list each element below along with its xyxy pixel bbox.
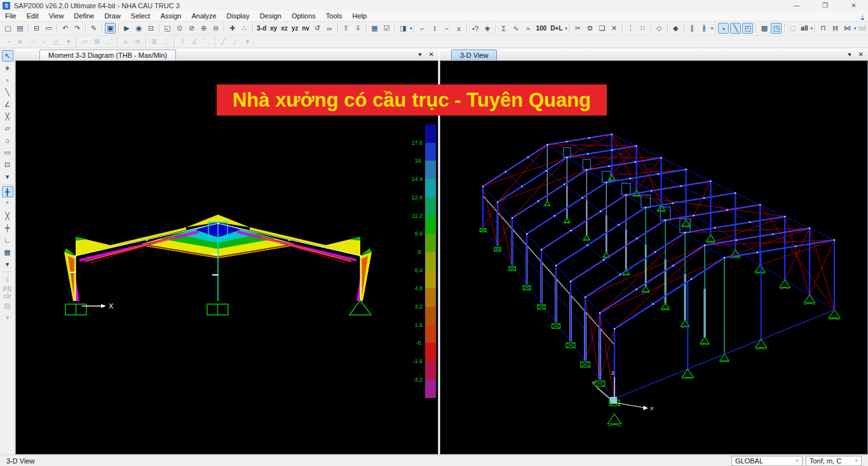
copy-icon[interactable]: ⧉ [585,23,595,34]
object-enlarge-icon[interactable]: ⇩ [353,23,363,34]
view-nv-button[interactable]: nv [300,25,311,32]
select-point-mode-icon[interactable]: • [718,23,729,34]
menu-item-help[interactable]: Help [348,11,372,21]
zoom-out-icon[interactable]: ⊖ [210,23,221,34]
undo-icon[interactable]: ↶ [60,23,71,34]
select-joint-icon[interactable]: ∗ [2,62,13,74]
node-dots-icon[interactable]: ∴ [239,23,250,34]
frame-top-icon[interactable]: ⊓ [818,23,829,34]
snap-intersections-icon[interactable]: ╳ [2,210,13,222]
select-line-mode-icon[interactable]: ╲ [730,23,741,34]
previous-zoom-icon[interactable]: ⊘ [186,23,197,34]
view-xz-button[interactable]: xz [279,25,290,32]
cut-icon[interactable]: ✂ [573,23,583,34]
more-snap-dropdown[interactable]: ▾ [2,258,13,270]
draw-frame-icon[interactable]: ∠ [2,98,13,110]
pan-icon[interactable]: ✚ [227,23,238,34]
releases-icon[interactable]: − [441,23,452,34]
select-pointer-icon[interactable]: ↖ [2,50,13,62]
load-combo-button[interactable]: D+L [548,25,564,32]
edit-grid-icon[interactable]: ▦ [369,23,380,34]
moment-diagram-viewport[interactable]: X 17.616.14.412.811.29.68.6.44.83.21.6-0… [15,60,438,455]
draw-quick-area-icon[interactable]: ▱ [2,123,13,134]
menu-item-view[interactable]: View [44,11,69,21]
load-100-button[interactable]: 100 [534,25,548,32]
snap-grid-icon[interactable]: ▦ [2,246,13,258]
run-analysis-icon[interactable]: ▶ [121,23,132,34]
left-window-close-icon[interactable]: ✕ [429,51,434,58]
menu-item-assign[interactable]: Assign [155,11,186,21]
draw-point-area-icon[interactable]: ⊡ [2,159,13,170]
show-db-icon[interactable]: ∷ [637,23,648,34]
menu-item-analyze[interactable]: Analyze [186,11,221,21]
frame-m-icon[interactable]: ⋈ [842,23,853,34]
snap-perpendicular-icon[interactable]: ∟ [2,234,13,246]
draw-pencil-icon[interactable]: ✎ [88,23,99,34]
draw-braces-icon[interactable]: ╳ [2,110,13,122]
draw-rect-area-icon[interactable]: ▭ [2,147,13,158]
run-all-icon[interactable]: ◉ [133,23,144,34]
functions-icon[interactable]: ∿ [510,23,521,34]
units-select[interactable]: Tonf, m, C ˅ [806,456,862,466]
interactive-db-icon[interactable]: ⋮ [625,23,636,34]
rotate-view-icon[interactable]: ↺ [312,23,323,34]
view-3d-button[interactable]: 3-d [255,25,268,32]
rubberband-zoom-icon[interactable]: ◱ [162,23,173,34]
snap-midpoints-icon[interactable]: ┿ [2,222,13,234]
show-tables-icon[interactable]: ⊡ [146,23,156,34]
minimize-button[interactable]: — [782,0,811,11]
select-all-button[interactable]: all [799,25,810,32]
left-window-dropdown-icon[interactable]: ▾ [419,51,422,58]
tab-3d-view[interactable]: 3-D View [451,50,497,60]
snap-joints-icon[interactable]: ╋ [2,186,13,197]
paste-icon[interactable]: ❏ [597,23,607,34]
perspective-icon[interactable]: ∞ [324,23,335,34]
redo-icon[interactable]: ↷ [72,23,83,34]
menu-item-tools[interactable]: Tools [321,11,348,21]
zoom-in-icon[interactable]: ⊕ [198,23,209,34]
coordinate-system-select[interactable]: GLOBAL ˅ [731,456,803,466]
view-yz-button[interactable]: yz [290,25,301,32]
tab-moment-diagram[interactable]: Moment 3-3 Diagram (THB - Max/Min) [39,50,176,60]
rotate-object-icon[interactable]: ◆ [670,23,681,34]
new-model-icon[interactable]: ▢ [3,23,13,34]
three-d-viewport[interactable]: XYZ [440,60,868,455]
select-window-mode-icon[interactable]: ◰ [742,23,753,34]
section-designer-icon[interactable]: I [429,23,440,34]
menu-item-select[interactable]: Select [126,11,156,21]
right-window-dropdown-icon[interactable]: ▾ [848,51,851,58]
menu-item-file[interactable]: File [0,11,22,21]
select-group-icon[interactable]: ▩ [759,23,770,34]
restore-full-view-icon[interactable]: ⊙ [174,23,185,34]
mirror-v-icon-dropdown[interactable]: ▾ [711,26,714,31]
frame-h-icon[interactable]: Ħ [830,23,841,34]
save-icon[interactable]: ⊟ [31,23,42,34]
more-draw-dropdown[interactable]: ▾ [2,171,13,182]
close-button[interactable]: ✕ [839,0,868,11]
joint-info-icon[interactable]: •? [470,23,480,34]
delete-icon[interactable]: ✕ [609,23,620,34]
response-icon[interactable]: ≈ [522,23,533,34]
open-file-icon[interactable]: ▤ [15,23,25,34]
draw-line-icon[interactable]: ╲ [2,86,13,98]
view-xy-button[interactable]: xy [268,25,279,32]
end-offsets-icon[interactable]: x [453,23,464,34]
maximize-button[interactable]: ❐ [811,0,839,11]
lock-model-icon[interactable]: ▣ [105,23,116,34]
select-window-icon[interactable]: ▫ [2,74,13,86]
mirror-v-icon[interactable]: ∦ [699,23,710,34]
load-cases-icon[interactable]: Σ [498,23,509,34]
draw-poly-area-icon[interactable]: ⌂ [2,135,13,146]
menu-item-design[interactable]: Design [255,11,287,21]
mirror-h-icon[interactable]: ∥ [687,23,698,34]
select-all-button-dropdown[interactable]: ▾ [810,26,813,31]
model-update-icon[interactable]: ↓ [861,11,865,20]
snap-ends-icon[interactable]: ° [2,198,13,210]
set-view-options-icon[interactable]: ☑ [381,23,392,34]
print-icon[interactable]: ▭ [43,23,54,34]
load-combo-button-dropdown[interactable]: ▾ [565,26,567,31]
display-options-icon[interactable]: ◨ [398,23,409,34]
menu-item-edit[interactable]: Edit [22,11,44,21]
menu-item-options[interactable]: Options [287,11,321,21]
move-icon[interactable]: ◇ [654,23,665,34]
